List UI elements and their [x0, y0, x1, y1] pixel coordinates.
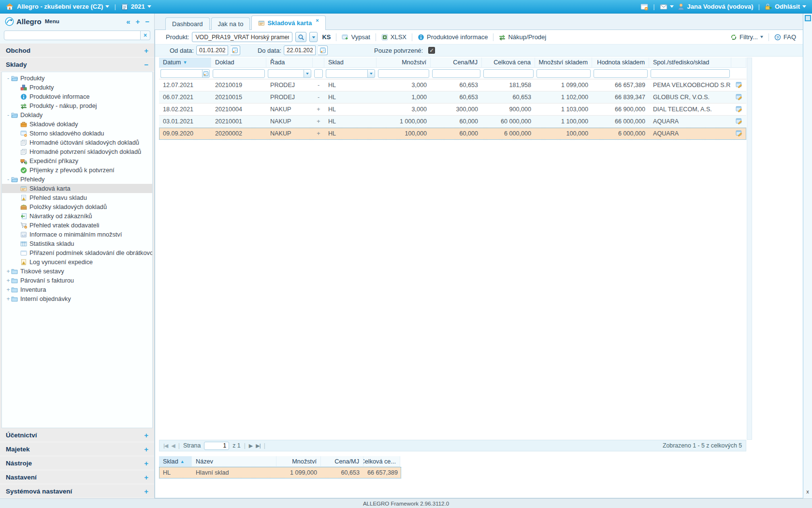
collapse-sidebar-icon[interactable]: «: [126, 17, 130, 26]
row-edit-icon[interactable]: [736, 81, 742, 88]
sidebar-section-etnictv[interactable]: Účetnictví+: [0, 428, 154, 442]
row-edit-icon[interactable]: [736, 105, 742, 112]
tree-item-produkty[interactable]: -Produkty: [2, 74, 152, 83]
mail-button[interactable]: [660, 3, 674, 11]
toolbar-button-produktov-informace[interactable]: Produktové informace: [418, 33, 488, 41]
date-to-calendar-button[interactable]: [318, 45, 328, 55]
column-header-hodnota-skladem[interactable]: Hodnota skladem: [592, 58, 649, 68]
filter-input-hodnota-skladem[interactable]: [594, 69, 648, 78]
expand-section-icon[interactable]: +: [144, 431, 148, 439]
column-header-blank-11[interactable]: [731, 58, 746, 68]
table-row[interactable]: 12.07.202120210019PRODEJ-HL3,00060,65318…: [159, 79, 746, 91]
tree-item-produkty[interactable]: Produkty: [2, 83, 152, 92]
home-button[interactable]: [6, 3, 14, 11]
summary-column-n-zev[interactable]: Název: [192, 456, 276, 467]
tree-item-hromadn-potvrzen-skladov-ch-doklad[interactable]: Hromadné potvrzení skladových dokladů: [2, 147, 152, 156]
page-scrollbar[interactable]: x: [803, 14, 812, 498]
column-header-doklad[interactable]: Doklad: [211, 58, 266, 68]
column-header-cena-mj[interactable]: Cena/MJ: [431, 58, 482, 68]
menu-search-input[interactable]: [4, 30, 141, 40]
collapse-section-icon[interactable]: −: [144, 60, 148, 69]
table-row[interactable]: 18.02.202120210004NAKUP+HL3,000300,00090…: [159, 104, 746, 116]
tree-item-skladov-doklady[interactable]: Skladové doklady: [2, 120, 152, 129]
page-input[interactable]: [204, 442, 229, 450]
expand-section-icon[interactable]: +: [144, 445, 148, 453]
toolbar-button-xlsx[interactable]: XLSX: [381, 33, 406, 41]
tree-item-n-vratky-od-z-kazn-k[interactable]: Návratky od zákazníků: [2, 211, 152, 221]
collapse-toggle-icon[interactable]: -: [5, 176, 11, 183]
expand-toggle-icon[interactable]: +: [5, 296, 11, 302]
close-icon[interactable]: x: [803, 489, 812, 494]
filter-input-doklad[interactable]: [213, 69, 265, 78]
user-menu-button[interactable]: Jana Vodová (vodova): [677, 3, 754, 11]
column-header-celkov-cena[interactable]: Celková cena: [482, 58, 535, 68]
toolbar-button-vypsat[interactable]: Vypsat: [342, 33, 370, 41]
sidebar-section-nastaven[interactable]: Nastavení+: [0, 470, 154, 484]
next-page-button[interactable]: ▶: [249, 443, 252, 449]
collapse-toggle-icon[interactable]: -: [5, 112, 11, 119]
column-header-datum[interactable]: Datum▼: [159, 58, 211, 68]
tree-item-p-jemky-z-p-evod-k-potvrzen[interactable]: Příjemky z převodů k potvrzení: [2, 165, 152, 175]
row-edit-icon[interactable]: [736, 93, 742, 100]
tree-item-p-ehledy[interactable]: -Přehledy: [2, 175, 152, 184]
tree-item-hromadn-tov-n-skladov-ch-doklad[interactable]: Hromadné účtování skladových dokladů: [2, 138, 152, 147]
sidebar-section-syst-mov-nastaven[interactable]: Systémová nastavení+: [0, 484, 154, 498]
date-from-input[interactable]: [196, 45, 228, 55]
tree-item-p-rov-n-s-fakturou[interactable]: +Párování s fakturou: [2, 276, 152, 285]
tree-item-informace-o-minim-ln-m-mno-stv[interactable]: Informace o minimálním množství: [2, 230, 152, 239]
tree-item-produkty-n-kup-prodej[interactable]: Produkty - nákup, prodej: [2, 101, 152, 110]
table-row[interactable]: 06.07.202120210015PRODEJ-HL1,00060,65360…: [159, 91, 746, 104]
filter-input-datum[interactable]: [160, 69, 202, 78]
expand-section-icon[interactable]: +: [144, 46, 148, 55]
filter-input-mno-stv[interactable]: [378, 69, 429, 78]
filter-input-mno-stv-skladem[interactable]: [536, 69, 591, 78]
column-header-mno-stv[interactable]: Množství: [377, 58, 431, 68]
filter-input-spol-st-edisko-sklad[interactable]: [651, 69, 730, 78]
row-edit-icon[interactable]: [736, 130, 742, 136]
app-menu-button[interactable]: Allegro - zkušební verze (CZ): [17, 3, 109, 10]
summary-column-sklad[interactable]: Sklad▲: [159, 456, 192, 467]
column-header-mno-stv-skladem[interactable]: Množství skladem: [535, 58, 592, 68]
table-row[interactable]: 09.09.202020200002NAKUP+HL100,00060,0006…: [159, 128, 746, 140]
summary-row[interactable]: HLHlavní sklad1 099,00060,65366 657,389: [159, 467, 401, 478]
sidebar-section-obchod[interactable]: Obchod+: [0, 44, 154, 58]
tree-item-expedi-n-p-kazy[interactable]: Expediční příkazy: [2, 156, 152, 165]
filter-input-ada[interactable]: [268, 69, 304, 78]
filter-dropdown-button[interactable]: [367, 69, 375, 78]
collapse-all-icon[interactable]: −: [145, 17, 149, 26]
expand-section-icon[interactable]: +: [144, 473, 148, 481]
confirmed-checkbox[interactable]: [428, 47, 435, 54]
table-row[interactable]: 03.01.202120210001NAKUP+HL1 000,00060,00…: [159, 116, 746, 128]
column-header-sklad[interactable]: Sklad: [324, 58, 377, 68]
tab-skladov-karta[interactable]: Skladová karta×: [251, 15, 325, 30]
expand-toggle-icon[interactable]: +: [5, 286, 11, 293]
logout-button[interactable]: Odhlásit: [765, 3, 806, 11]
tab-jak-na-to[interactable]: Jak na to: [211, 17, 250, 30]
row-edit-icon[interactable]: [736, 118, 742, 124]
expand-section-icon[interactable]: +: [144, 459, 148, 467]
tree-item-doklady[interactable]: -Doklady: [2, 110, 152, 120]
prev-page-button[interactable]: ◀: [171, 443, 174, 449]
tree-item-intern-objedn-vky[interactable]: +Interní objednávky: [2, 294, 152, 303]
clear-search-icon[interactable]: ×: [141, 30, 150, 40]
summary-column-celkov-ce[interactable]: Celková ce...: [363, 456, 400, 467]
summary-column-mno-stv[interactable]: Množství: [276, 456, 321, 467]
tree-item-p-ehled-stavu-skladu[interactable]: Přehled stavu skladu: [2, 193, 152, 202]
tree-item-p-ehled-vratek-dodavateli[interactable]: Přehled vratek dodavateli: [2, 221, 152, 230]
expand-section-icon[interactable]: +: [144, 487, 148, 495]
last-page-button[interactable]: ▶|: [256, 443, 260, 449]
filter-input-cena-mj[interactable]: [432, 69, 480, 78]
tree-item-statistika-skladu[interactable]: Statistika skladu: [2, 239, 152, 248]
summary-column-cena-mj[interactable]: Cena/MJ: [321, 456, 363, 467]
product-input[interactable]: [192, 32, 292, 42]
hide-panel-button[interactable]: [640, 3, 648, 11]
tree-item-storno-skladov-ho-dokladu[interactable]: Storno skladového dokladu: [2, 129, 152, 138]
sidebar-section-sklady[interactable]: Sklady−: [0, 58, 154, 72]
scrollbar-thumb[interactable]: [805, 15, 811, 21]
expand-toggle-icon[interactable]: +: [5, 277, 11, 284]
toolbar-button-n-kup-prodej[interactable]: Nákup/Prodej: [499, 33, 546, 41]
column-header-ada[interactable]: Řada: [266, 58, 313, 68]
tree-item-polo-ky-skladov-ch-doklad[interactable]: Položky skladových dokladů: [2, 202, 152, 211]
product-dropdown-button[interactable]: [309, 32, 318, 42]
filter-calendar-button[interactable]: [202, 69, 210, 78]
